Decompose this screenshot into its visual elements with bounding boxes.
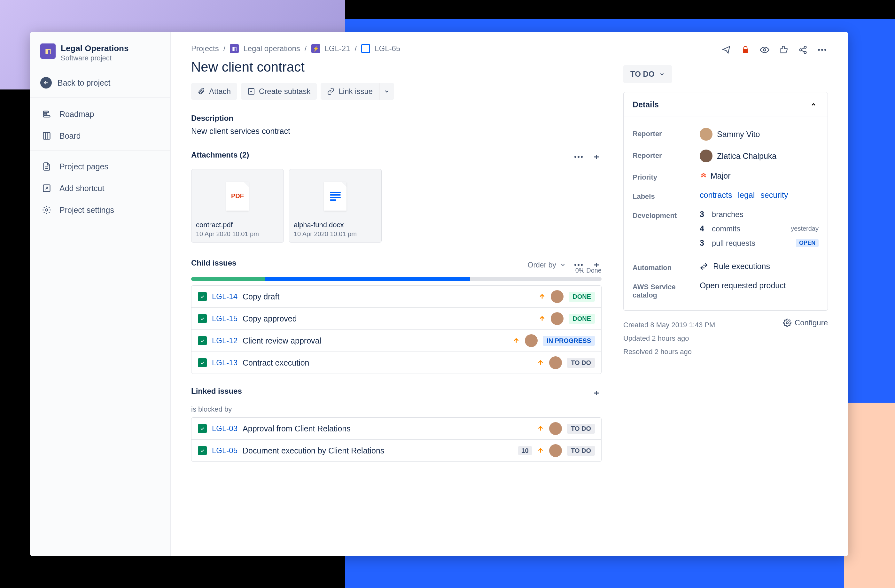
priority-up-icon [539,293,546,300]
board-icon [41,131,52,141]
status-badge: TO DO [567,446,595,456]
attachments-more-icon[interactable] [573,152,584,162]
label-security[interactable]: security [760,191,788,199]
dev-row[interactable]: 3branches [700,210,819,219]
svg-point-18 [804,52,807,54]
issue-row[interactable]: LGL-05Document execution by Client Relat… [191,440,601,461]
lock-icon[interactable] [740,44,751,56]
issue-type-icon [198,292,207,301]
breadcrumb-project[interactable]: Legal operations [243,44,300,53]
aws-value[interactable]: Open requested product [700,281,819,290]
more-actions-icon[interactable] [816,44,828,56]
attachment-card[interactable]: alpha-fund.docx10 Apr 2020 10:01 pm [289,169,382,242]
attachment-thumb: PDF [196,174,279,218]
label-contracts[interactable]: contracts [700,191,732,199]
priority-major-icon [700,172,707,180]
attachments-heading: Attachments (2) [191,150,249,159]
feedback-icon[interactable] [721,44,732,56]
svg-point-14 [581,264,583,266]
sidebar: ◧ Legal Operations Software project Back… [30,32,171,556]
avatar [700,150,713,162]
status-dropdown[interactable]: TO DO [623,65,672,83]
attachment-card[interactable]: PDFcontract.pdf10 Apr 2020 10:01 pm [191,169,284,242]
automation-value[interactable]: Rule executions [700,262,819,271]
count-badge: 10 [518,446,532,455]
back-to-project[interactable]: Back to project [36,71,164,94]
linked-add-icon[interactable] [591,388,602,398]
assignee-avatar [549,422,562,435]
development-value: 3branches4commitsyesterday3pull requests… [700,210,819,253]
attach-button[interactable]: Attach [191,83,237,100]
configure-button[interactable]: Configure [783,318,828,327]
breadcrumb-parent[interactable]: LGL-21 [325,44,350,53]
link-issue-button[interactable]: Link issue [321,83,379,100]
svg-point-7 [46,209,48,211]
priority-up-icon [513,337,520,344]
watch-icon[interactable] [759,44,770,56]
order-by-dropdown[interactable]: Order by [528,261,566,270]
project-subtitle: Software project [61,54,129,62]
create-subtask-button[interactable]: Create subtask [241,83,317,100]
child-issues-heading: Child issues [191,259,236,267]
issue-type-icon [198,314,207,323]
priority-up-icon [537,447,544,454]
issue-row[interactable]: LGL-12Client review approvalIN PROGRESS [191,330,601,352]
progress-label: 0% Done [575,267,602,274]
issue-row[interactable]: LGL-14Copy draftDONE [191,286,601,308]
priority-value[interactable]: Major [700,171,819,180]
breadcrumb-current[interactable]: LGL-65 [375,44,400,53]
sidebar-item-board[interactable]: Board [36,125,164,147]
progress-bar [191,277,602,281]
breadcrumb-projects[interactable]: Projects [191,44,219,53]
priority-up-icon [537,359,544,366]
issue-row[interactable]: LGL-03Approval from Client RelationsTO D… [191,418,601,440]
dev-row[interactable]: 3pull requestsOPEN [700,238,819,248]
details-collapse-icon[interactable] [809,99,819,110]
vote-icon[interactable] [778,44,790,56]
svg-point-13 [578,264,579,266]
description-text[interactable]: New client services contract [191,127,602,136]
issue-row[interactable]: LGL-13Contract executionTO DO [191,352,601,374]
issue-key: LGL-13 [212,358,238,367]
dev-row[interactable]: 4commitsyesterday [700,224,819,233]
reporter-value-2[interactable]: Zlatica Chalpuka [700,150,819,162]
settings-icon [41,205,52,215]
sidebar-item-roadmap[interactable]: Roadmap [36,103,164,125]
issue-key: LGL-15 [212,314,238,323]
assignee-avatar [551,312,564,325]
sidebar-item-project-settings[interactable]: Project settings [36,199,164,221]
sidebar-item-project-pages[interactable]: Project pages [36,156,164,177]
issue-row-title: Approval from Client Relations [243,424,532,433]
sidebar-item-add-shortcut[interactable]: Add shortcut [36,177,164,199]
back-label: Back to project [58,78,110,88]
link-issue-dropdown[interactable] [379,83,394,100]
reporter-label: Reporter [633,128,693,138]
nav-label: Roadmap [59,110,94,119]
chevron-down-icon [560,262,566,268]
gear-icon [783,318,792,327]
assignee-avatar [549,444,562,457]
project-header: ◧ Legal Operations Software project [36,44,164,62]
labels-value[interactable]: contractslegalsecurity [700,191,819,200]
issue-title[interactable]: New client contract [191,59,602,75]
label-legal[interactable]: legal [738,191,755,199]
status-badge: IN PROGRESS [543,336,595,346]
share-icon[interactable] [797,44,809,56]
story-icon [361,44,370,53]
attachments-add-icon[interactable] [591,152,602,162]
issue-type-icon [198,336,207,345]
svg-point-11 [581,156,583,158]
status-badge: DONE [569,314,595,324]
labels-label: Labels [633,191,693,201]
attachment-name: alpha-fund.docx [294,221,377,229]
roadmap-icon [41,109,52,119]
automation-label: Automation [633,262,693,272]
issue-row[interactable]: LGL-15Copy approvedDONE [191,308,601,330]
toolbar: Attach Create subtask Link issue [191,83,602,100]
priority-up-icon [537,425,544,432]
breadcrumb: Projects / ◧ Legal operations / ⚡ LGL-21… [191,44,602,53]
assignee-avatar [549,356,562,369]
reporter-value[interactable]: Sammy Vito [700,128,819,141]
svg-rect-3 [44,133,50,139]
issue-row-title: Client review approval [243,336,508,346]
